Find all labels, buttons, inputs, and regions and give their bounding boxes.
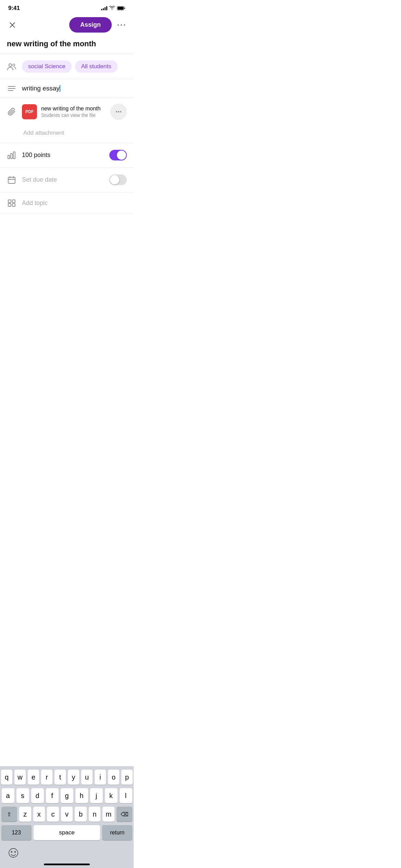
svg-point-5 <box>121 24 122 26</box>
toggle-thumb <box>117 150 126 160</box>
assignment-title-row: new writing of the month <box>0 37 134 54</box>
battery-icon <box>117 6 125 10</box>
points-label: 100 points <box>22 152 104 159</box>
svg-rect-16 <box>11 154 12 159</box>
svg-rect-17 <box>13 152 15 159</box>
chart-icon <box>7 151 16 159</box>
paperclip-icon <box>7 108 16 116</box>
due-date-label: Set due date <box>22 176 104 183</box>
students-icon <box>7 63 16 70</box>
svg-point-6 <box>124 24 125 26</box>
status-icons <box>101 5 125 11</box>
attachment-row: PDF new writing of the month Students ca… <box>0 98 134 125</box>
top-nav: Assign <box>0 14 134 37</box>
svg-point-8 <box>13 64 15 66</box>
status-bar: 9:41 <box>0 0 134 14</box>
grid-icon <box>7 199 16 207</box>
title-input-row[interactable]: writing essay <box>0 79 134 98</box>
svg-rect-15 <box>8 155 10 159</box>
title-input-value: writing essay <box>22 85 60 92</box>
svg-rect-25 <box>12 204 15 206</box>
text-cursor <box>60 85 60 92</box>
svg-rect-23 <box>12 200 15 203</box>
attachment-title: new writing of the month <box>41 106 106 112</box>
nav-actions: Assign <box>69 17 127 33</box>
close-button[interactable] <box>7 20 18 31</box>
assign-button[interactable]: Assign <box>69 17 112 33</box>
class-row: social Science All students <box>0 54 134 79</box>
svg-rect-18 <box>8 177 15 183</box>
svg-point-13 <box>118 111 119 112</box>
points-toggle[interactable] <box>109 150 127 160</box>
students-chip[interactable]: All students <box>75 60 118 73</box>
wifi-icon <box>109 5 115 11</box>
topic-row[interactable]: Add topic <box>0 192 134 214</box>
attachment-subtitle: Students can view the file <box>41 112 106 118</box>
svg-point-12 <box>116 111 117 112</box>
points-row: 100 points <box>0 143 134 168</box>
class-chips: social Science All students <box>22 60 127 73</box>
topic-label: Add topic <box>22 200 127 207</box>
due-date-row: Set due date <box>0 168 134 192</box>
svg-rect-24 <box>8 204 11 206</box>
assignment-title: new writing of the month <box>7 39 127 48</box>
signal-icon <box>101 6 107 10</box>
toggle-thumb-off <box>110 175 119 184</box>
attachment-card[interactable]: PDF new writing of the month Students ca… <box>22 104 127 120</box>
pdf-icon: PDF <box>22 104 37 119</box>
svg-point-7 <box>9 64 12 67</box>
add-attachment-button[interactable]: Add attachment <box>0 125 134 143</box>
svg-point-14 <box>120 111 121 112</box>
due-date-toggle[interactable] <box>109 174 127 185</box>
attachment-info: new writing of the month Students can vi… <box>41 106 106 118</box>
lines-icon <box>7 85 16 92</box>
status-time: 9:41 <box>8 5 20 12</box>
svg-rect-22 <box>8 200 11 203</box>
calendar-icon <box>7 176 16 184</box>
more-button[interactable] <box>116 20 127 31</box>
svg-point-4 <box>118 24 119 26</box>
svg-rect-1 <box>118 7 123 10</box>
attachment-action-button[interactable] <box>110 104 127 120</box>
class-chip[interactable]: social Science <box>22 60 72 73</box>
